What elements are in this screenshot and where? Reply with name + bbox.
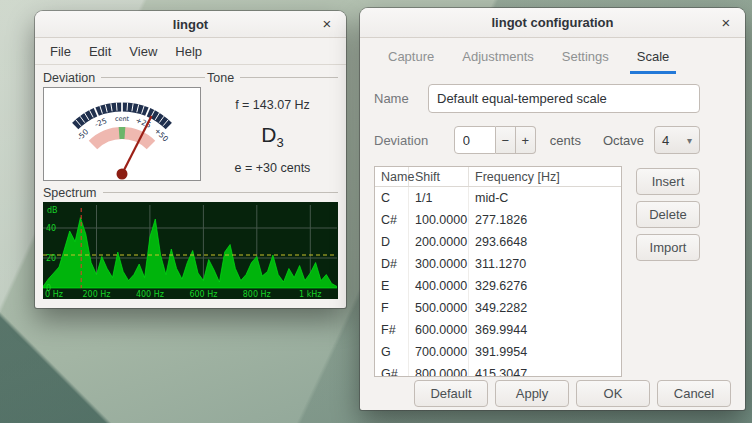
lingot-main-window: lingot × File Edit View Help Deviation -…: [35, 11, 346, 308]
cell-name: D: [375, 231, 409, 253]
tone-display: f = 143.07 Hz D3 e = +30 cents: [207, 86, 338, 181]
svg-text:600 Hz: 600 Hz: [189, 290, 217, 299]
table-action-buttons: Insert Delete Import: [636, 168, 700, 261]
scale-name-input[interactable]: [428, 84, 700, 113]
tab-adjustments[interactable]: Adjustments: [448, 38, 548, 74]
cell-frequency: 277.1826: [469, 209, 621, 231]
octave-label: Octave: [603, 133, 644, 148]
menu-help[interactable]: Help: [166, 41, 211, 62]
dialog-action-buttons: Default Apply OK Cancel: [414, 380, 731, 407]
scale-name-row: Name: [374, 84, 700, 113]
spin-minus-button[interactable]: −: [496, 126, 516, 154]
name-label: Name: [374, 91, 428, 106]
ok-button[interactable]: OK: [576, 380, 650, 407]
note-readout: D3: [261, 123, 283, 150]
gauge-pivot: [117, 169, 128, 180]
spin-plus-button[interactable]: +: [516, 126, 536, 154]
main-window-title: lingot: [173, 17, 208, 32]
cell-name: C#: [375, 209, 409, 231]
deviation-input[interactable]: [454, 126, 496, 154]
delete-button[interactable]: Delete: [636, 201, 700, 228]
table-row[interactable]: C# 100.0000 277.1826: [375, 209, 621, 231]
lingot-config-window: lingot configuration × Capture Adjustmen…: [360, 8, 745, 410]
frequency-readout: f = 143.07 Hz: [235, 98, 310, 112]
import-button[interactable]: Import: [636, 234, 700, 261]
cell-frequency: 415.3047: [469, 363, 621, 377]
spectrum-frame: Spectrum dB020400 Hz200 Hz400 Hz600 Hz80…: [35, 181, 346, 299]
cell-name: G: [375, 341, 409, 363]
svg-text:-25: -25: [93, 116, 108, 129]
cell-shift: 800.0000: [409, 363, 469, 377]
deviation-gauge-svg: -50-25cent+25+50: [44, 88, 200, 180]
config-window-title: lingot configuration: [491, 15, 613, 30]
scale-table: Name Shift Frequency [Hz] C 1/1 mid-C C#…: [374, 166, 622, 377]
tone-frame: Tone f = 143.07 Hz D3 e = +30 cents: [207, 69, 338, 181]
table-row[interactable]: D 200.0000 293.6648: [375, 231, 621, 253]
svg-text:200 Hz: 200 Hz: [82, 290, 110, 299]
cell-shift: 100.0000: [409, 209, 469, 231]
cell-frequency: 369.9944: [469, 319, 621, 341]
tab-settings[interactable]: Settings: [548, 38, 623, 74]
table-row[interactable]: G# 800.0000 415.3047: [375, 363, 621, 377]
deviation-label: Deviation: [374, 133, 454, 148]
deviation-gauge: -50-25cent+25+50: [43, 87, 201, 181]
deviation-frame-label-text: Deviation: [43, 71, 95, 85]
close-icon[interactable]: ×: [716, 13, 736, 33]
tab-scale[interactable]: Scale: [623, 38, 684, 74]
svg-text:cent: cent: [115, 115, 130, 123]
cell-name: C: [375, 187, 409, 209]
table-row[interactable]: E 400.0000 329.6276: [375, 275, 621, 297]
octave-dropdown[interactable]: 4 ▾: [654, 126, 700, 154]
cell-frequency: 293.6648: [469, 231, 621, 253]
menu-file[interactable]: File: [41, 41, 80, 62]
column-header-shift[interactable]: Shift: [409, 167, 469, 186]
cell-name: D#: [375, 253, 409, 275]
cell-shift: 500.0000: [409, 297, 469, 319]
config-window-titlebar[interactable]: lingot configuration ×: [360, 8, 745, 38]
insert-button[interactable]: Insert: [636, 168, 700, 195]
table-row[interactable]: C 1/1 mid-C: [375, 187, 621, 209]
apply-button[interactable]: Apply: [495, 380, 569, 407]
note-octave: 3: [276, 135, 283, 150]
svg-text:0 Hz: 0 Hz: [45, 290, 63, 299]
cell-frequency: mid-C: [469, 187, 621, 209]
cell-shift: 700.0000: [409, 341, 469, 363]
menu-view[interactable]: View: [120, 41, 166, 62]
cancel-button[interactable]: Cancel: [657, 380, 731, 407]
note-name: D: [261, 123, 276, 146]
deviation-spinner: − +: [454, 126, 536, 154]
cell-shift: 300.0000: [409, 253, 469, 275]
spectrum-plot: dB020400 Hz200 Hz400 Hz600 Hz800 Hz1 kHz: [43, 202, 338, 299]
tab-capture[interactable]: Capture: [374, 38, 448, 74]
table-row[interactable]: D# 300.0000 311.1270: [375, 253, 621, 275]
desktop: lingot × File Edit View Help Deviation -…: [0, 0, 752, 423]
cell-frequency: 311.1270: [469, 253, 621, 275]
deviation-row: Deviation − + cents Octave 4 ▾: [374, 126, 700, 154]
cell-name: G#: [375, 363, 409, 377]
svg-text:dB: dB: [47, 206, 58, 215]
cell-frequency: 329.6276: [469, 275, 621, 297]
column-header-name[interactable]: Name: [375, 167, 409, 186]
error-readout: e = +30 cents: [235, 161, 311, 175]
main-window-titlebar[interactable]: lingot ×: [35, 11, 346, 38]
cell-shift: 200.0000: [409, 231, 469, 253]
column-header-frequency[interactable]: Frequency [Hz]: [469, 167, 621, 186]
table-header: Name Shift Frequency [Hz]: [375, 167, 621, 187]
table-row[interactable]: F 500.0000 349.2282: [375, 297, 621, 319]
close-icon[interactable]: ×: [317, 14, 337, 34]
table-row[interactable]: G 700.0000 391.9954: [375, 341, 621, 363]
tone-frame-label-text: Tone: [207, 71, 234, 85]
spectrum-frame-label: Spectrum: [43, 184, 338, 201]
cell-shift: 600.0000: [409, 319, 469, 341]
tone-frame-label: Tone: [207, 69, 338, 86]
deviation-frame-label: Deviation: [43, 69, 205, 86]
cents-label: cents: [550, 133, 581, 148]
cell-shift: 1/1: [409, 187, 469, 209]
default-button[interactable]: Default: [414, 380, 488, 407]
tuner-panels: Deviation -50-25cent+25+50 Tone f = 143.…: [35, 65, 346, 181]
menu-edit[interactable]: Edit: [80, 41, 120, 62]
cell-frequency: 349.2282: [469, 297, 621, 319]
cell-name: F#: [375, 319, 409, 341]
cell-name: E: [375, 275, 409, 297]
table-row[interactable]: F# 600.0000 369.9944: [375, 319, 621, 341]
